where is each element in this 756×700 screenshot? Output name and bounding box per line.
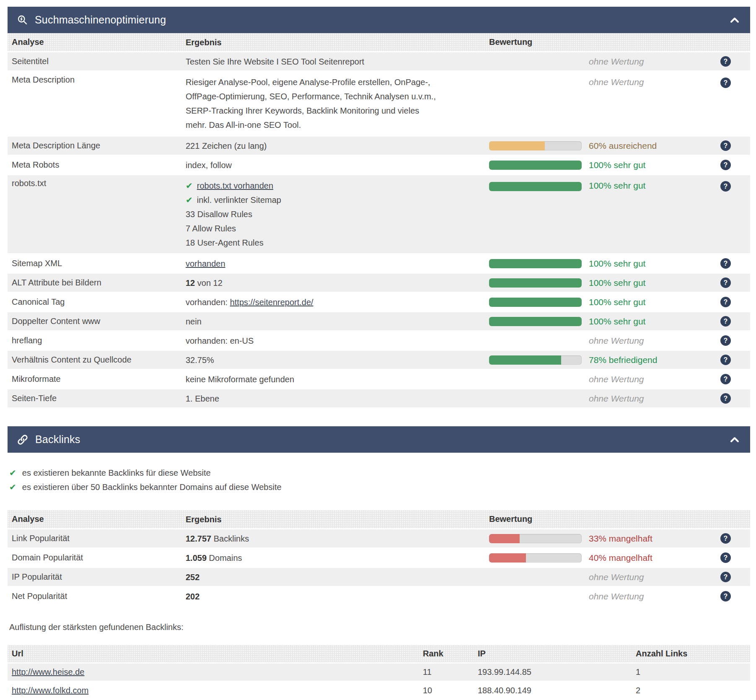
magnifier-icon <box>17 14 28 26</box>
help-cell: ? <box>720 552 731 563</box>
chevron-up-icon[interactable] <box>730 17 739 23</box>
ergebnis-text: 1. Ebene <box>186 394 219 403</box>
backlink-check-line: ✔es existieren bekannte Backlinks für di… <box>9 466 750 480</box>
help-icon[interactable]: ? <box>720 297 731 307</box>
backlink-rank-cell: 10 <box>423 686 478 695</box>
progress-bar-track <box>489 298 582 307</box>
help-icon[interactable]: ? <box>720 277 731 288</box>
help-icon[interactable]: ? <box>720 533 731 544</box>
help-icon[interactable]: ? <box>720 56 731 67</box>
rating-label: 33% mangelhaft <box>589 534 652 543</box>
analyse-label: Domain Popularität <box>8 553 186 563</box>
ergebnis-link[interactable]: robots.txt vorhanden <box>197 181 273 190</box>
table-row: IP Popularität252ohne Wertung? <box>8 568 750 587</box>
help-icon[interactable]: ? <box>720 316 731 327</box>
rating-label-cell: ohne Wertung <box>589 336 719 346</box>
progress-bar-track <box>489 278 582 288</box>
analyse-label: Meta Description <box>8 75 186 85</box>
progress-bar-fill <box>489 161 582 170</box>
backlink-row: http://www.heise.de11193.99.144.851 <box>8 664 750 682</box>
analyse-label: Meta Description Länge <box>8 141 186 150</box>
rating-label: 100% sehr gut <box>589 297 645 307</box>
ergebnis-value: 1.059 Domains <box>186 551 437 565</box>
progress-bar-track <box>489 182 582 191</box>
ergebnis-value: vorhanden <box>186 257 437 271</box>
help-icon[interactable]: ? <box>720 258 731 269</box>
help-icon[interactable]: ? <box>720 552 731 563</box>
column-header-anzahl-links: Anzahl Links <box>636 649 750 659</box>
ergebnis-value: Riesiger Analyse-Pool, eigene Analyse-Pr… <box>186 75 437 132</box>
backlinks-section: Backlinks ✔es existieren bekannte Backli… <box>8 426 750 700</box>
progress-bar-track <box>489 259 582 268</box>
ergebnis-line: 12 von 12 <box>186 276 437 290</box>
help-icon[interactable]: ? <box>720 591 731 601</box>
ergebnis-line: Testen Sie Ihre Website I SEO Tool Seite… <box>186 54 437 69</box>
help-icon[interactable]: ? <box>720 572 731 582</box>
analyse-label: ALT Attribute bei Bildern <box>8 278 186 288</box>
ergebnis-line: Riesiger Analyse-Pool, eigene Analyse-Pr… <box>186 75 437 132</box>
help-icon[interactable]: ? <box>720 78 731 88</box>
ergebnis-line: 221 Zeichen (zu lang) <box>186 139 437 153</box>
help-icon[interactable]: ? <box>720 181 731 192</box>
help-icon[interactable]: ? <box>720 374 731 384</box>
section-title: Suchmaschinenoptimierung <box>35 14 166 26</box>
ergebnis-bold-value: 1.059 <box>186 553 207 563</box>
ergebnis-bold-value: 202 <box>186 592 199 601</box>
ergebnis-value: index, follow <box>186 158 437 172</box>
rating-label-cell: 33% mangelhaft <box>589 534 719 544</box>
ergebnis-line: 32.75% <box>186 353 437 367</box>
ergebnis-link[interactable]: https://seitenreport.de/ <box>230 298 313 307</box>
backlink-url-link[interactable]: http://www.heise.de <box>12 667 84 677</box>
progress-bar-fill <box>489 355 561 365</box>
help-cell: ? <box>720 572 731 582</box>
ergebnis-line: 7 Allow Rules <box>186 221 437 236</box>
ergebnis-text: 221 Zeichen (zu lang) <box>186 141 267 150</box>
backlink-url-link[interactable]: http://www.folkd.com <box>12 686 88 695</box>
rating-label-cell: 100% sehr gut <box>589 160 719 170</box>
ergebnis-line: 18 User-Agent Rules <box>186 236 437 250</box>
ergebnis-value: 221 Zeichen (zu lang) <box>186 139 437 153</box>
help-cell: ? <box>720 393 731 404</box>
backlink-check-line: ✔es existieren über 50 Backlinks bekannt… <box>9 480 750 494</box>
help-icon[interactable]: ? <box>720 335 731 346</box>
rating-label-cell: ohne Wertung <box>589 77 719 87</box>
ergebnis-value: 32.75% <box>186 353 437 367</box>
table-row: Meta DescriptionRiesiger Analyse-Pool, e… <box>8 72 750 137</box>
ergebnis-text: 18 User-Agent Rules <box>186 238 264 247</box>
ergebnis-text: Backlinks <box>211 534 249 543</box>
rating-label-cell: ohne Wertung <box>589 591 719 601</box>
rating-label-cell: ohne Wertung <box>589 374 719 384</box>
table-row: Link Popularität12.757 Backlinks33% mang… <box>8 529 750 549</box>
table-row: robots.txt✔robots.txt vorhanden✔inkl. ve… <box>8 175 750 254</box>
ergebnis-line: ✔robots.txt vorhanden <box>186 179 437 193</box>
backlinks-section-header[interactable]: Backlinks <box>8 426 750 453</box>
rating-label-none: ohne Wertung <box>589 572 644 582</box>
ergebnis-value: 12.757 Backlinks <box>186 531 437 546</box>
progress-bar-track <box>489 534 582 543</box>
rating-label: 100% sehr gut <box>589 316 645 326</box>
ergebnis-value: 252 <box>186 570 437 584</box>
backlink-url-table: UrlRankIPAnzahl Linkshttp://www.heise.de… <box>8 645 750 700</box>
rating-label: 40% mangelhaft <box>589 553 652 563</box>
seo-section-header[interactable]: Suchmaschinenoptimierung <box>8 7 750 33</box>
chevron-up-icon[interactable] <box>730 436 739 443</box>
seo-section: Suchmaschinenoptimierung AnalyseErgebnis… <box>8 7 750 409</box>
help-cell: ? <box>720 181 731 192</box>
rating-bar-cell <box>482 317 589 326</box>
progress-bar-track <box>489 141 582 150</box>
ergebnis-line: 252 <box>186 570 437 584</box>
help-icon[interactable]: ? <box>720 355 731 365</box>
ergebnis-line: nein <box>186 314 437 329</box>
ergebnis-text: von 12 <box>195 278 223 288</box>
analyse-label: Link Popularität <box>8 534 186 543</box>
rating-label: 100% sehr gut <box>589 160 645 170</box>
progress-bar-track <box>489 317 582 326</box>
help-icon[interactable]: ? <box>720 160 731 170</box>
help-icon[interactable]: ? <box>720 140 731 151</box>
help-cell: ? <box>720 160 731 170</box>
ergebnis-link[interactable]: vorhanden <box>186 259 225 268</box>
analyse-label: IP Popularität <box>8 572 186 582</box>
analysis-table-header-row: AnalyseErgebnisBewertung <box>8 510 750 529</box>
help-icon[interactable]: ? <box>720 393 731 404</box>
ergebnis-value: vorhanden: https://seitenreport.de/ <box>186 295 437 309</box>
